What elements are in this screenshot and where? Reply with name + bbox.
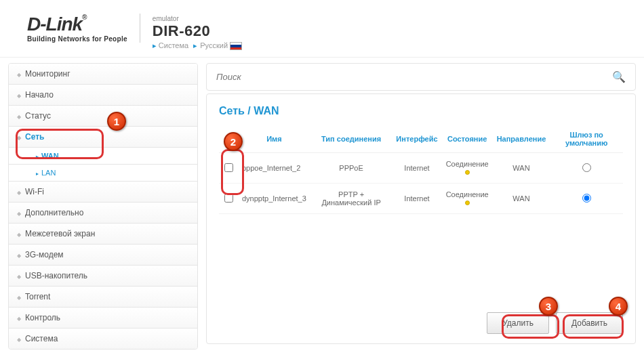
gateway-radio[interactable]	[582, 194, 591, 203]
flag-icon-ru[interactable]	[230, 42, 242, 50]
table-row[interactable]: dynpptp_Internet_3 PPTP + Динамический I…	[219, 184, 623, 214]
cell-dir: WAN	[493, 153, 550, 184]
cell-dir: WAN	[493, 184, 550, 214]
model-name: DIR-620	[153, 22, 242, 40]
header: D-Link® Building Networks for People emu…	[0, 0, 644, 58]
sidebar-item-network[interactable]: ◆Сеть	[9, 127, 197, 148]
cell-type: PPTP + Динамический IP	[310, 184, 393, 214]
sidebar-item-advanced[interactable]: ◆Дополнительно	[9, 203, 197, 224]
cell-type: PPPoE	[310, 153, 393, 184]
th-iface[interactable]: Интерфейс	[392, 125, 441, 153]
sidebar-sub-lan[interactable]: ▸LAN	[9, 165, 197, 182]
sidebar-item-3g-modem[interactable]: ◆3G-модем	[9, 245, 197, 266]
sidebar-item-wifi[interactable]: ◆Wi-Fi	[9, 182, 197, 203]
row-checkbox[interactable]	[224, 194, 233, 203]
logo: D-Link®	[27, 14, 127, 35]
status-dot-icon	[465, 170, 470, 175]
content-area: 🔍 Сеть / WAN Имя Тип соединения Интерфей…	[206, 63, 636, 344]
cell-iface: Internet	[392, 153, 441, 184]
header-crumbs: ▸Система ▸Русский	[153, 41, 242, 50]
sidebar-item-status[interactable]: ◆Статус	[9, 106, 197, 127]
wan-table: Имя Тип соединения Интерфейс Состояние Н…	[219, 125, 623, 214]
sidebar-sub-wan[interactable]: ▸WAN	[9, 148, 197, 165]
cell-state: Соединение	[442, 184, 493, 214]
th-checkbox	[219, 125, 238, 153]
logo-block: D-Link® Building Networks for People	[27, 14, 140, 43]
triangle-icon: ▸	[193, 41, 197, 49]
sidebar-item-torrent[interactable]: ◆Torrent	[9, 287, 197, 308]
sidebar-item-start[interactable]: ◆Начало	[9, 85, 197, 106]
main-panel: Сеть / WAN Имя Тип соединения Интерфейс …	[206, 93, 636, 344]
cell-name: pppoe_Internet_2	[238, 153, 310, 184]
model-block: emulator DIR-620 ▸Система ▸Русский	[153, 14, 242, 50]
th-direction[interactable]: Направление	[493, 125, 550, 153]
gateway-radio[interactable]	[582, 163, 591, 172]
sidebar-item-usb-storage[interactable]: ◆USB-накопитель	[9, 266, 197, 287]
sidebar: ◆Мониторинг ◆Начало ◆Статус ◆Сеть ▸WAN ▸…	[8, 63, 198, 350]
sidebar-item-control[interactable]: ◆Контроль	[9, 308, 197, 329]
triangle-icon: ▸	[153, 41, 157, 49]
breadcrumb: Сеть / WAN	[219, 105, 623, 117]
sidebar-item-firewall[interactable]: ◆Межсетевой экран	[9, 224, 197, 245]
cell-state: Соединение	[442, 153, 493, 184]
sidebar-item-monitoring[interactable]: ◆Мониторинг	[9, 64, 197, 85]
status-dot-icon	[465, 200, 470, 205]
row-checkbox[interactable]	[224, 163, 233, 172]
footer-buttons: Удалить Добавить	[487, 312, 623, 334]
crumb-language[interactable]: Русский	[200, 41, 228, 49]
search-input[interactable]	[216, 72, 612, 82]
th-state[interactable]: Состояние	[442, 125, 493, 153]
cell-name: dynpptp_Internet_3	[238, 184, 310, 214]
search-icon[interactable]: 🔍	[612, 70, 626, 83]
table-row[interactable]: pppoe_Internet_2 PPPoE Internet Соединен…	[219, 153, 623, 184]
search-box[interactable]: 🔍	[206, 63, 636, 91]
table-header-row: Имя Тип соединения Интерфейс Состояние Н…	[219, 125, 623, 153]
th-type[interactable]: Тип соединения	[310, 125, 393, 153]
logo-subtitle: Building Networks for People	[27, 35, 127, 43]
cell-iface: Internet	[392, 184, 441, 214]
crumb-system[interactable]: Система	[159, 41, 188, 49]
emulator-label: emulator	[153, 15, 242, 22]
th-gateway[interactable]: Шлюз по умолчанию	[550, 125, 623, 153]
add-button[interactable]: Добавить	[556, 312, 623, 334]
th-name[interactable]: Имя	[238, 125, 310, 153]
delete-button[interactable]: Удалить	[487, 312, 549, 334]
sidebar-item-system[interactable]: ◆Система	[9, 329, 197, 349]
